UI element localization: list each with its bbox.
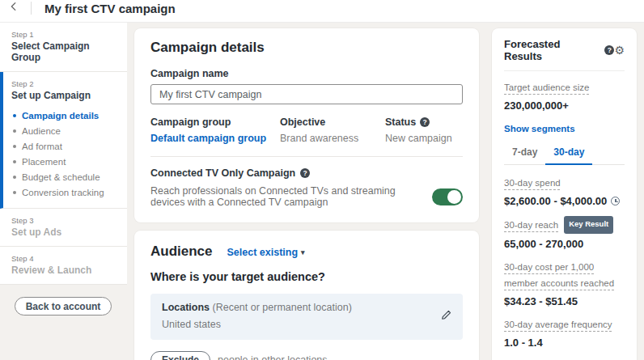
spend-value: $2,600.00 - $4,000.00 (504, 195, 607, 207)
locations-hint: (Recent or permanent location) (210, 302, 352, 313)
sidebar-item-ad-format[interactable]: Ad format (11, 138, 116, 154)
forecast-panel: Forecasted Results ? ⚙ Target audience s… (492, 28, 637, 360)
divider (31, 2, 32, 15)
step-eyebrow: Step 3 (11, 216, 116, 225)
divider (150, 156, 463, 157)
top-bar: My first CTV campaign (0, 0, 644, 23)
audience-card: Audience Select existing▾ Where is your … (134, 231, 479, 360)
objective-label: Objective (280, 116, 385, 128)
campaign-group-link[interactable]: Default campaign group (150, 133, 280, 144)
exclude-text: people in other locations (218, 354, 328, 360)
bullet-icon (13, 191, 16, 194)
select-existing-dropdown[interactable]: Select existing▾ (227, 247, 305, 258)
bullet-icon (13, 160, 16, 163)
sidebar-item-conversion-tracking[interactable]: Conversion tracking (11, 184, 116, 200)
key-result-badge: Key Result (564, 216, 613, 234)
divider (504, 70, 625, 71)
bullet-icon (13, 129, 16, 133)
reach-label[interactable]: 30-day reach (504, 217, 558, 233)
step-eyebrow: Step 4 (11, 254, 116, 263)
ctv-only-label: Connected TV Only Campaign (150, 167, 295, 179)
frequency-value: 1.0 - 1.4 (504, 337, 625, 349)
step-eyebrow: Step 2 (11, 79, 116, 88)
step-title: Select Campaign Group (11, 40, 116, 63)
sidebar-item-campaign-details[interactable]: Campaign details (11, 108, 116, 123)
bullet-icon (13, 145, 16, 148)
tab-30-day[interactable]: 30-day (545, 143, 592, 165)
forecast-tabs: 7-day 30-day (504, 143, 625, 165)
sidebar-step-1[interactable]: Step 1 Select Campaign Group (0, 23, 127, 72)
exclude-button[interactable]: Exclude (150, 351, 210, 360)
forecast-title: Forecasted Results (504, 38, 600, 62)
step-title: Set up Campaign (11, 90, 116, 101)
campaign-name-label: Campaign name (150, 68, 463, 79)
campaign-details-card: Campaign details Campaign name Campaign … (134, 28, 479, 222)
substep-label: Budget & schedule (22, 172, 100, 182)
substep-label: Placement (22, 157, 66, 167)
status-help-icon[interactable]: ? (420, 117, 430, 127)
frequency-label[interactable]: 30-day average frequency (504, 320, 612, 329)
substep-label: Ad format (22, 142, 62, 151)
step-2-substeps: Campaign details Audience Ad format Plac… (11, 108, 116, 200)
substep-label: Campaign details (22, 111, 99, 121)
main-content: Campaign details Campaign name Campaign … (134, 28, 479, 360)
locations-box: Locations (Recent or permanent location)… (150, 294, 463, 340)
sidebar-item-budget-schedule[interactable]: Budget & schedule (11, 169, 116, 184)
step-title: Set up Ads (11, 227, 116, 238)
bullet-icon (13, 176, 16, 179)
ctv-toggle[interactable] (432, 188, 463, 205)
cost-label[interactable]: 30-day cost per 1,000 member accounts re… (504, 262, 614, 288)
tab-7-day[interactable]: 7-day (504, 143, 545, 164)
gear-icon[interactable]: ⚙ (614, 44, 625, 56)
audience-title: Audience (150, 244, 213, 260)
audience-question: Where is your target audience? (150, 270, 463, 283)
edit-locations-icon[interactable] (441, 309, 451, 324)
bullet-icon (13, 114, 16, 117)
steps-sidebar: Step 1 Select Campaign Group Step 2 Set … (0, 23, 127, 316)
campaign-name-input[interactable] (150, 84, 463, 104)
forecast-help-icon[interactable]: ? (604, 45, 614, 55)
ctv-description: Reach professionals on Connected TVs and… (150, 185, 432, 208)
sidebar-step-3: Step 3 Set up Ads (0, 209, 127, 247)
campaign-group-label: Campaign group (150, 116, 280, 128)
sidebar-step-4: Step 4 Review & Launch (0, 247, 127, 285)
status-value: New campaign (385, 133, 463, 144)
target-audience-label[interactable]: Target audience size (504, 83, 589, 92)
sidebar-item-audience[interactable]: Audience (11, 123, 116, 138)
spend-label[interactable]: 30-day spend (504, 178, 561, 188)
step-eyebrow: Step 1 (11, 30, 116, 39)
step-title: Review & Launch (11, 265, 116, 276)
campaign-details-title: Campaign details (150, 40, 463, 56)
sidebar-item-placement[interactable]: Placement (11, 154, 116, 169)
substep-label: Conversion tracking (22, 188, 104, 197)
toggle-knob (447, 190, 461, 204)
sidebar-step-2[interactable]: Step 2 Set up Campaign Campaign details … (0, 72, 127, 209)
pacing-clock-icon[interactable] (611, 197, 620, 205)
locations-value: United states (162, 319, 352, 330)
target-audience-value: 230,000,000+ (504, 100, 625, 112)
campaign-title: My first CTV campaign (44, 2, 176, 15)
back-to-account-button[interactable]: Back to account (15, 297, 112, 316)
cost-value: $34.23 - $51.45 (504, 295, 625, 307)
ctv-help-icon[interactable]: ? (300, 168, 310, 178)
back-arrow-icon[interactable] (0, 1, 28, 15)
caret-down-icon: ▾ (301, 248, 305, 256)
campaign-meta-row: Campaign group Default campaign group Ob… (150, 116, 463, 144)
select-existing-label: Select existing (227, 247, 299, 258)
objective-value: Brand awareness (280, 133, 385, 144)
substep-label: Audience (22, 126, 61, 136)
reach-value: 65,000 - 270,000 (504, 238, 625, 250)
show-segments-link[interactable]: Show segments (504, 124, 575, 133)
locations-label: Locations (162, 302, 210, 313)
status-label: Status (385, 116, 416, 128)
